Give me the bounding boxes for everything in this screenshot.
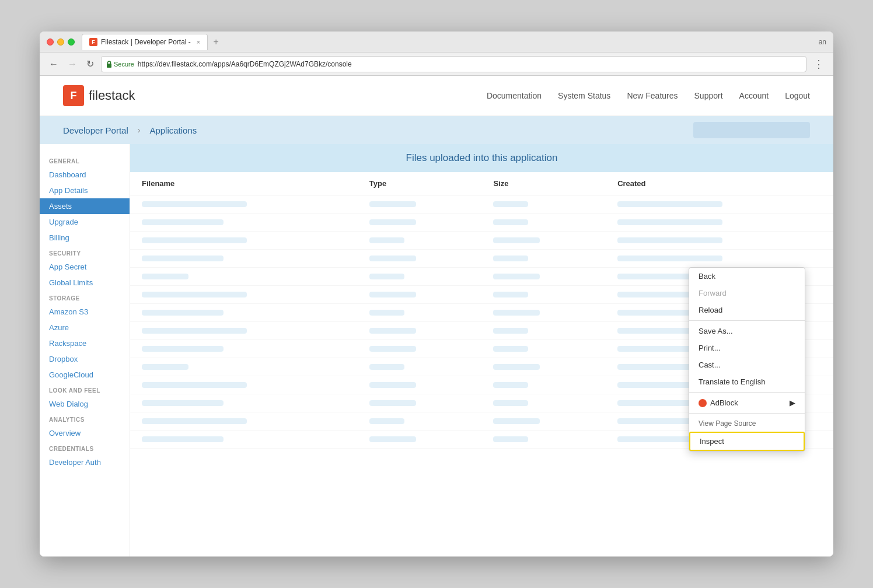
placeholder-cell: [493, 237, 540, 243]
main-nav: Documentation System Status New Features…: [487, 91, 810, 100]
logo-area: F filestack: [63, 85, 135, 106]
browser-menu-button[interactable]: ⋮: [811, 58, 826, 71]
files-header: Files uploaded into this application: [130, 144, 833, 172]
context-print[interactable]: Print...: [689, 340, 805, 356]
col-filename: Filename: [130, 172, 358, 195]
sidebar-item-web-dialog[interactable]: Web Dialog: [40, 396, 130, 412]
app-search-bar[interactable]: [693, 122, 810, 138]
nav-new-features[interactable]: New Features: [627, 91, 678, 100]
sidebar-item-assets[interactable]: Assets: [40, 198, 130, 214]
placeholder-cell: [142, 256, 224, 261]
placeholder-cell: [493, 346, 528, 352]
adblock-arrow: ▶: [790, 398, 795, 407]
sidebar-item-dashboard[interactable]: Dashboard: [40, 167, 130, 183]
context-translate[interactable]: Translate to English: [689, 373, 805, 390]
sidebar-item-amazon-s3[interactable]: Amazon S3: [40, 304, 130, 320]
svg-rect-0: [107, 64, 111, 68]
tab-close-button[interactable]: ×: [197, 38, 200, 46]
placeholder-cell: [369, 310, 404, 316]
context-save-as[interactable]: Save As...: [689, 323, 805, 340]
context-view-source[interactable]: View Page Source: [689, 415, 805, 432]
sidebar-item-developer-auth[interactable]: Developer Auth: [40, 454, 130, 470]
placeholder-cell: [617, 219, 722, 225]
placeholder-cell: [617, 237, 722, 243]
sidebar-item-app-secret[interactable]: App Secret: [40, 259, 130, 275]
sidebar-item-google-cloud[interactable]: GoogleCloud: [40, 367, 130, 383]
placeholder-cell: [142, 310, 224, 316]
placeholder-cell: [617, 201, 722, 207]
placeholder-cell: [142, 292, 247, 298]
placeholder-cell: [142, 400, 224, 406]
placeholder-cell: [369, 400, 416, 406]
placeholder-cell: [142, 364, 188, 370]
title-bar: F Filestack | Developer Portal - × + an: [40, 32, 833, 52]
placeholder-cell: [493, 436, 528, 442]
context-reload[interactable]: Reload: [689, 302, 805, 318]
placeholder-cell: [493, 292, 528, 298]
context-cast[interactable]: Cast...: [689, 356, 805, 373]
reload-button[interactable]: ↻: [84, 57, 96, 71]
sidebar-item-global-limits[interactable]: Global Limits: [40, 275, 130, 290]
context-adblock[interactable]: AdBlock ▶: [689, 394, 805, 411]
placeholder-cell: [142, 237, 247, 243]
sidebar-item-dropbox[interactable]: Dropbox: [40, 351, 130, 367]
minimize-button[interactable]: [57, 38, 64, 46]
table-row: [130, 214, 833, 232]
placeholder-cell: [142, 436, 224, 442]
sidebar-item-billing[interactable]: Billing: [40, 230, 130, 246]
placeholder-cell: [369, 219, 416, 225]
breadcrumb-developer-portal[interactable]: Developer Portal: [63, 125, 128, 135]
page-content: F filestack Documentation System Status …: [40, 76, 833, 556]
table-row: [130, 232, 833, 250]
nav-logout[interactable]: Logout: [785, 91, 810, 100]
context-menu: Back Forward Reload Save As... Print... …: [689, 267, 805, 452]
address-bar: ← → ↻ Secure https://dev.filestack.com/a…: [40, 52, 833, 76]
back-button[interactable]: ←: [47, 58, 61, 71]
placeholder-cell: [369, 237, 404, 243]
tab-bar: F Filestack | Developer Portal - × +: [82, 34, 819, 50]
filestack-logo-icon: F: [63, 85, 84, 106]
sidebar-item-overview[interactable]: Overview: [40, 425, 130, 441]
close-button[interactable]: [47, 38, 54, 46]
placeholder-cell: [142, 382, 247, 388]
maximize-button[interactable]: [68, 38, 75, 46]
placeholder-cell: [369, 364, 404, 370]
placeholder-cell: [493, 364, 540, 370]
sidebar-item-app-details[interactable]: App Details: [40, 183, 130, 198]
breadcrumb-applications[interactable]: Applications: [149, 125, 197, 135]
placeholder-cell: [493, 256, 528, 261]
breadcrumb-separator: ›: [138, 125, 141, 135]
placeholder-cell: [142, 219, 224, 225]
sidebar-section-credentials: Credentials: [40, 441, 130, 454]
sidebar-item-azure[interactable]: Azure: [40, 320, 130, 335]
table-row: [130, 195, 833, 214]
nav-system-status[interactable]: System Status: [558, 91, 610, 100]
app-header: F filestack Documentation System Status …: [40, 76, 833, 116]
placeholder-cell: [369, 256, 416, 261]
context-back[interactable]: Back: [689, 268, 805, 285]
context-separator-1: [689, 320, 805, 321]
context-separator-2: [689, 392, 805, 393]
sidebar: General Dashboard App Details Assets Upg…: [40, 144, 130, 556]
secure-indicator: Secure: [106, 61, 134, 68]
forward-button[interactable]: →: [65, 58, 79, 71]
sidebar-item-rackspace[interactable]: Rackspace: [40, 335, 130, 351]
active-tab[interactable]: F Filestack | Developer Portal - ×: [82, 34, 208, 50]
placeholder-cell: [369, 201, 416, 207]
url-bar[interactable]: Secure https://dev.filestack.com/apps/Aa…: [101, 56, 806, 72]
nav-support[interactable]: Support: [694, 91, 723, 100]
placeholder-cell: [142, 328, 247, 334]
placeholder-cell: [617, 256, 722, 261]
placeholder-cell: [369, 382, 416, 388]
sidebar-section-security: Security: [40, 246, 130, 259]
placeholder-cell: [369, 346, 416, 352]
tab-title: Filestack | Developer Portal -: [101, 38, 191, 46]
placeholder-cell: [493, 418, 540, 424]
context-forward: Forward: [689, 285, 805, 302]
context-inspect[interactable]: Inspect: [689, 432, 805, 451]
col-size: Size: [481, 172, 606, 195]
sidebar-item-upgrade[interactable]: Upgrade: [40, 214, 130, 230]
nav-documentation[interactable]: Documentation: [487, 91, 542, 100]
nav-account[interactable]: Account: [739, 91, 769, 100]
new-tab-button[interactable]: +: [210, 36, 222, 48]
